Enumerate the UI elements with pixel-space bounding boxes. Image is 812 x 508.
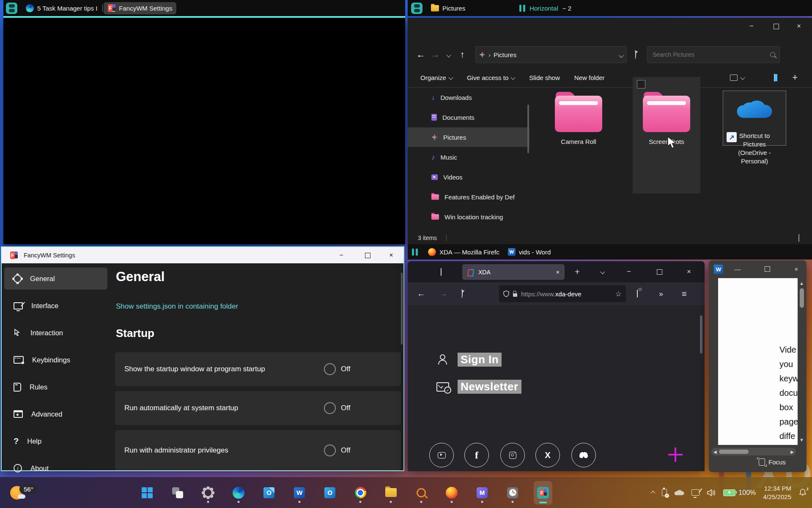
sign-in-link[interactable]: Sign In bbox=[458, 353, 502, 367]
clock-app-button[interactable] bbox=[503, 481, 522, 505]
outlook-new-button[interactable]: O bbox=[260, 481, 278, 505]
clock-date[interactable]: 12:34 PM 4/25/2025 bbox=[763, 484, 791, 501]
outlook-classic-button[interactable]: O bbox=[321, 481, 339, 505]
nav-item-interface[interactable]: Interface bbox=[4, 295, 107, 317]
scrollbar-thumb[interactable] bbox=[719, 450, 749, 454]
search-box[interactable] bbox=[647, 46, 780, 63]
back-button[interactable]: ← bbox=[417, 289, 425, 298]
file-tile-screenshots[interactable]: Screenshots bbox=[633, 77, 700, 193]
close-button[interactable]: × bbox=[679, 261, 699, 282]
document-page[interactable]: Vide you keyw docu box page diffe bbox=[718, 278, 798, 445]
panel-tab-pictures[interactable]: Pictures bbox=[427, 2, 469, 14]
sidebar-item-features-enabled[interactable]: Features Enabled by Def bbox=[408, 187, 529, 207]
maximize-button[interactable] bbox=[650, 261, 669, 282]
preview-pane-button[interactable] bbox=[774, 74, 775, 81]
lock-icon[interactable] bbox=[513, 293, 517, 297]
history-dropdown[interactable] bbox=[442, 51, 455, 58]
minimize-button[interactable]: − bbox=[332, 247, 351, 263]
chrome-app-button[interactable] bbox=[351, 481, 370, 505]
address-bar[interactable]: › Pictures bbox=[475, 46, 627, 63]
onedrive-tray-icon[interactable] bbox=[674, 489, 684, 496]
task-view-button[interactable] bbox=[168, 481, 187, 505]
newsletter-icon[interactable] bbox=[436, 382, 449, 392]
sidebar-item-pictures[interactable]: Pictures bbox=[408, 127, 529, 147]
fancywm-panel-icon[interactable] bbox=[411, 3, 422, 14]
edge-app-button[interactable] bbox=[229, 481, 248, 505]
settings-json-link[interactable]: Show settings.json in containing folder bbox=[116, 302, 238, 311]
forward-button[interactable]: → bbox=[428, 50, 442, 60]
give-access-menu[interactable]: Give access to bbox=[467, 74, 515, 81]
bookmark-star-icon[interactable]: ☆ bbox=[615, 290, 622, 298]
bluesky-icon[interactable] bbox=[571, 443, 596, 467]
scroll-left-icon[interactable]: ◀ bbox=[713, 450, 717, 454]
nav-item-advanced[interactable]: Advanced bbox=[4, 403, 107, 425]
start-button[interactable] bbox=[138, 481, 156, 505]
sidebar-item-documents[interactable]: Documents bbox=[408, 108, 529, 127]
thumbnail-view-button[interactable] bbox=[798, 235, 799, 241]
maximize-button[interactable] bbox=[759, 260, 776, 277]
proton-mail-button[interactable]: M bbox=[473, 481, 491, 505]
vertical-scrollbar[interactable]: ▲ ▼ bbox=[798, 278, 806, 445]
maximize-button[interactable] bbox=[766, 18, 786, 35]
horizontal-scrollbar[interactable]: ◀ ▶ bbox=[711, 448, 796, 456]
scroll-down-icon[interactable]: ▼ bbox=[799, 437, 804, 442]
x-icon[interactable]: X bbox=[535, 443, 560, 467]
firefox-app-button[interactable] bbox=[442, 481, 461, 505]
url-bar[interactable]: https://www.xda-deve ☆ bbox=[499, 285, 626, 302]
content-scrollbar[interactable] bbox=[401, 273, 403, 345]
organize-menu[interactable]: Organize bbox=[420, 74, 453, 81]
add-button[interactable]: + bbox=[792, 72, 798, 83]
overflow-chevrons-icon[interactable]: » bbox=[659, 290, 663, 298]
sidebar-item-music[interactable]: ♪ Music bbox=[408, 147, 529, 167]
youtube-icon[interactable] bbox=[429, 443, 454, 467]
usb-device-icon[interactable] bbox=[662, 489, 667, 496]
focus-mode-button[interactable]: Focus bbox=[759, 458, 786, 466]
panel-tab-fancywm-settings[interactable]: FancyWM Settings bbox=[104, 2, 176, 14]
nav-item-help[interactable]: ? Help bbox=[4, 430, 107, 452]
panel-tab-word[interactable]: W vids - Word bbox=[504, 246, 555, 258]
person-icon[interactable] bbox=[437, 354, 447, 364]
minimize-button[interactable]: − bbox=[619, 261, 639, 282]
nav-item-general[interactable]: General bbox=[4, 268, 107, 290]
sidebar-scrollbar[interactable] bbox=[527, 105, 529, 153]
layout-view-button[interactable] bbox=[730, 75, 744, 81]
search-app-button[interactable] bbox=[412, 481, 431, 505]
nav-item-keybindings[interactable]: Keybindings bbox=[4, 349, 107, 371]
close-button[interactable]: × bbox=[381, 247, 401, 263]
word-app-button[interactable]: W bbox=[290, 481, 309, 505]
display-device-icon[interactable] bbox=[691, 489, 700, 496]
new-folder-button[interactable]: New folder bbox=[574, 74, 605, 81]
search-input[interactable] bbox=[652, 51, 770, 58]
facebook-icon[interactable]: f bbox=[464, 443, 489, 467]
toggle-off-radio[interactable] bbox=[324, 444, 336, 456]
firefox-view-icon[interactable] bbox=[441, 268, 442, 276]
sidebar-item-downloads[interactable]: ↓ Downloads bbox=[408, 88, 529, 107]
sidebar-item-win-location[interactable]: Win location tracking bbox=[408, 207, 529, 226]
toggle-off-radio[interactable] bbox=[324, 363, 336, 375]
settings-app-button[interactable] bbox=[199, 481, 217, 505]
notification-bell-icon[interactable]: z bbox=[798, 488, 808, 497]
extensions-icon[interactable] bbox=[637, 290, 638, 298]
panel-tab-firefox[interactable]: XDA — Mozilla Firefc bbox=[424, 246, 504, 258]
toggle-off-radio[interactable] bbox=[324, 402, 336, 414]
refresh-button[interactable] bbox=[634, 51, 636, 58]
selection-checkbox[interactable] bbox=[637, 80, 645, 88]
file-tile-camera-roll[interactable]: Camera Roll bbox=[545, 90, 612, 181]
up-button[interactable]: ↑ bbox=[455, 50, 469, 60]
forward-button[interactable]: → bbox=[439, 289, 447, 298]
new-tab-button[interactable]: + bbox=[568, 261, 587, 282]
nav-item-rules[interactable]: Rules bbox=[4, 376, 107, 398]
layout-horizontal-icon[interactable] bbox=[519, 5, 525, 12]
file-explorer-button[interactable] bbox=[381, 481, 400, 505]
fancywm-app-button[interactable] bbox=[534, 481, 552, 505]
refresh-button[interactable] bbox=[461, 290, 463, 298]
fancywm-panel-icon[interactable] bbox=[412, 248, 418, 256]
close-button[interactable]: × bbox=[788, 260, 805, 277]
menu-hamburger-icon[interactable]: ≡ bbox=[682, 289, 687, 299]
scroll-right-icon[interactable]: ▶ bbox=[790, 450, 794, 454]
scroll-up-icon[interactable]: ▲ bbox=[799, 281, 804, 286]
shield-icon[interactable] bbox=[503, 290, 509, 297]
close-button[interactable]: × bbox=[789, 18, 809, 35]
panel-tab-edge[interactable]: 5 Task Manager tips I bbox=[22, 2, 102, 14]
nav-item-about[interactable]: i About bbox=[4, 457, 107, 479]
